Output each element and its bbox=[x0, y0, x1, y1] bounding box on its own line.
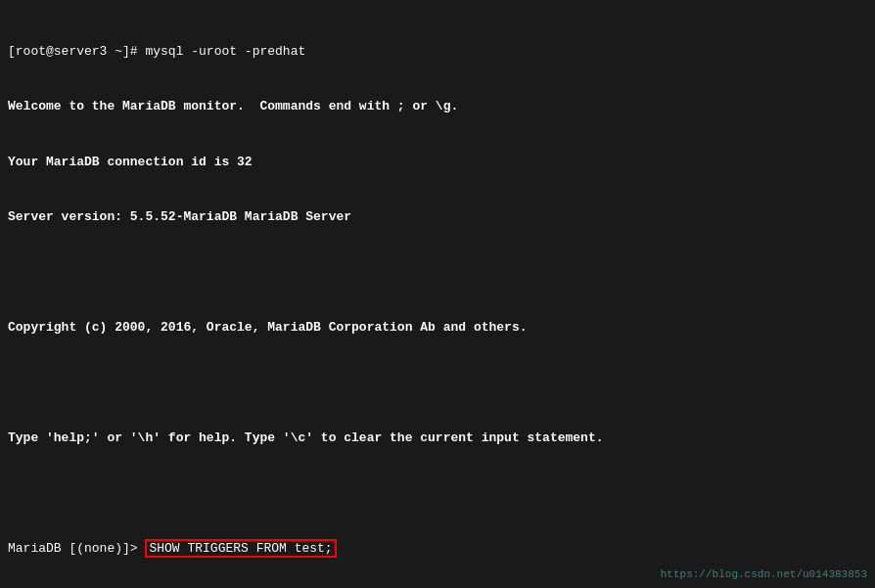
sql-command: SHOW TRIGGERS FROM test; bbox=[145, 539, 336, 558]
watermark-text: https://blog.csdn.net/u014383853 bbox=[661, 568, 867, 580]
terminal-line-3: Your MariaDB connection id is 32 bbox=[8, 154, 867, 172]
terminal-line-7 bbox=[8, 375, 867, 393]
terminal-line-1: [root@server3 ~]# mysql -uroot -predhat bbox=[8, 43, 867, 62]
terminal-line-4: Server version: 5.5.52-MariaDB MariaDB S… bbox=[8, 208, 867, 227]
terminal-line-2: Welcome to the MariaDB monitor. Commands… bbox=[8, 98, 867, 116]
terminal-line-5 bbox=[8, 264, 867, 283]
terminal-window: [root@server3 ~]# mysql -uroot -predhat … bbox=[0, 0, 875, 588]
prompt-label: MariaDB [(none)]> bbox=[8, 541, 145, 556]
terminal-line-9 bbox=[8, 485, 867, 504]
terminal-line-8: Type 'help;' or '\h' for help. Type '\c'… bbox=[8, 430, 867, 448]
terminal-line-10: MariaDB [(none)]> SHOW TRIGGERS FROM tes… bbox=[8, 540, 867, 559]
terminal-line-6: Copyright (c) 2000, 2016, Oracle, MariaD… bbox=[8, 319, 867, 338]
